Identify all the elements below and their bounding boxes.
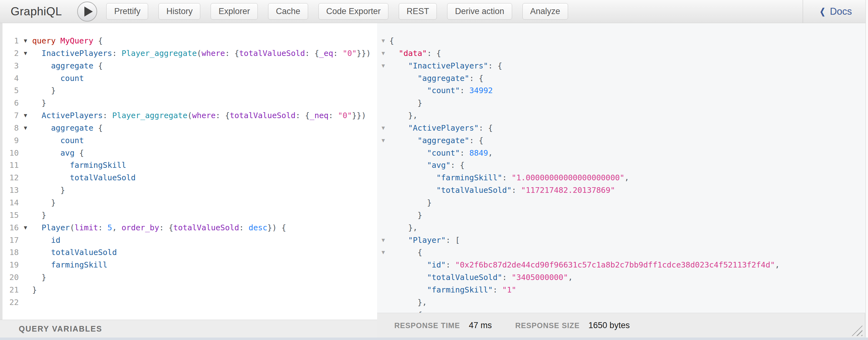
query-line: 3 aggregate { — [0, 60, 377, 72]
line-number: 3 — [0, 60, 19, 72]
response-line: ▾ "aggregate": { — [377, 134, 866, 147]
query-variables-title: QUERY VARIABLES — [19, 324, 102, 334]
line-number: 2 — [0, 47, 19, 60]
query-line: 12 totalValueSold — [0, 172, 377, 184]
line-number: 8 — [0, 122, 19, 134]
fold-arrow-icon[interactable]: ▾ — [377, 246, 389, 259]
fold-gutter-empty — [19, 246, 32, 259]
fold-gutter-empty — [19, 147, 32, 159]
query-line: 8▾ aggregate { — [0, 122, 377, 134]
fold-gutter-empty — [19, 72, 32, 85]
status-bar: RESPONSE TIME 47 ms RESPONSE SIZE 1650 b… — [377, 313, 865, 338]
fold-gutter-empty — [19, 97, 32, 110]
line-number: 10 — [0, 147, 19, 159]
response-line: ▾ "ActivePlayers": { — [377, 122, 866, 134]
fold-arrow-icon[interactable]: ▾ — [377, 134, 389, 147]
fold-arrow-icon[interactable]: ▾ — [19, 110, 32, 122]
fold-arrow-icon[interactable]: ▾ — [377, 47, 389, 60]
line-number: 18 — [0, 246, 19, 259]
code-text: farmingSkill — [32, 159, 377, 172]
code-text: count — [32, 72, 377, 85]
line-number: 14 — [0, 196, 19, 209]
toolbar-button-explorer[interactable]: Explorer — [211, 3, 258, 20]
code-text — [32, 296, 377, 309]
query-line: 10 avg { — [0, 147, 377, 159]
query-line: 1▾query MyQuery { — [0, 35, 377, 47]
fold-arrow-icon[interactable]: ▾ — [377, 122, 389, 134]
fold-gutter-empty — [377, 172, 389, 184]
response-viewer: ▾{▾ "data": {▾ "InactivePlayers": { "agg… — [377, 23, 866, 313]
query-editor[interactable]: 1▾query MyQuery {2▾ InactivePlayers: Pla… — [0, 23, 377, 320]
resize-grip-icon[interactable] — [852, 325, 862, 336]
toolbar-button-rest[interactable]: REST — [399, 3, 437, 20]
response-viewer-lines: ▾{▾ "data": {▾ "InactivePlayers": { "agg… — [377, 35, 866, 313]
query-variables-bar[interactable]: QUERY VARIABLES — [0, 320, 377, 338]
toolbar-button-prettify[interactable]: Prettify — [106, 3, 148, 20]
code-text: avg { — [32, 147, 377, 159]
toolbar-button-code-exporter[interactable]: Code Exporter — [318, 3, 389, 20]
response-line: "totalValueSold": "117217482.20137869" — [377, 184, 866, 196]
fold-arrow-icon[interactable]: ▾ — [377, 309, 389, 313]
docs-link[interactable]: ❮ Docs — [803, 6, 868, 17]
toolbar-button-analyze[interactable]: Analyze — [522, 3, 568, 20]
line-number: 15 — [0, 209, 19, 222]
fold-gutter-empty — [377, 97, 389, 110]
code-text: "aggregate": { — [389, 72, 866, 85]
fold-gutter-empty — [377, 296, 389, 309]
code-text: "count": 8849, — [389, 147, 866, 159]
code-text: { — [389, 246, 866, 259]
response-line: "id": "0x2f6bc87d2de44cd90f96631c57c1a8b… — [377, 259, 866, 271]
response-line: "aggregate": { — [377, 72, 866, 85]
window-right-edge — [866, 0, 868, 338]
fold-arrow-icon[interactable]: ▾ — [377, 35, 389, 47]
fold-gutter-empty — [377, 209, 389, 222]
toolbar-button-cache[interactable]: Cache — [268, 3, 308, 20]
code-text: } — [32, 284, 377, 296]
fold-arrow-icon[interactable]: ▾ — [19, 222, 32, 234]
fold-arrow-icon[interactable]: ▾ — [377, 60, 389, 72]
query-editor-lines: 1▾query MyQuery {2▾ InactivePlayers: Pla… — [0, 35, 377, 309]
fold-arrow-icon[interactable]: ▾ — [19, 35, 32, 47]
fold-arrow-icon[interactable]: ▾ — [377, 234, 389, 247]
toolbar-buttons: PrettifyHistoryExplorerCacheCode Exporte… — [106, 3, 568, 20]
code-text: Player(limit: 5, order_by: {totalValueSo… — [32, 222, 377, 234]
execute-query-button[interactable] — [77, 2, 97, 22]
code-text: "farmingSkill": "1" — [389, 284, 866, 296]
query-line: 16▾ Player(limit: 5, order_by: {totalVal… — [0, 222, 377, 234]
fold-gutter-empty — [19, 84, 32, 97]
code-text: "avg": { — [389, 159, 866, 172]
query-line: 22 — [0, 296, 377, 309]
response-line: "totalValueSold": "3405000000", — [377, 271, 866, 284]
fold-arrow-icon[interactable]: ▾ — [19, 122, 32, 134]
query-line: 5 } — [0, 84, 377, 97]
fold-gutter-empty — [19, 271, 32, 284]
response-line: "farmingSkill": "1" — [377, 284, 866, 296]
toolbar-button-history[interactable]: History — [158, 3, 200, 20]
code-text: } — [32, 97, 377, 110]
response-time-label: RESPONSE TIME — [394, 321, 460, 330]
query-line: 19 farmingSkill — [0, 259, 377, 271]
query-line: 17 id — [0, 234, 377, 247]
toolbar-button-derive-action[interactable]: Derive action — [447, 3, 512, 20]
line-number: 9 — [0, 134, 19, 147]
fold-gutter-empty — [19, 259, 32, 271]
window-bottom-edge — [0, 338, 868, 340]
response-line: "avg": { — [377, 159, 866, 172]
code-text: { — [389, 309, 866, 313]
code-text: aggregate { — [32, 122, 377, 134]
fold-gutter-empty — [377, 159, 389, 172]
chevron-left-icon: ❮ — [820, 6, 826, 17]
line-number: 5 — [0, 84, 19, 97]
fold-gutter-empty — [19, 134, 32, 147]
fold-gutter-empty — [19, 296, 32, 309]
line-number: 11 — [0, 159, 19, 172]
fold-arrow-icon[interactable]: ▾ — [19, 47, 32, 60]
code-text: "InactivePlayers": { — [389, 60, 866, 72]
code-text: ActivePlayers: Player_aggregate(where: {… — [32, 110, 377, 122]
code-text: query MyQuery { — [32, 35, 377, 47]
line-number: 19 — [0, 259, 19, 271]
line-number: 17 — [0, 234, 19, 247]
code-text: farmingSkill — [32, 259, 377, 271]
code-text: }, — [389, 222, 866, 234]
code-text: InactivePlayers: Player_aggregate(where:… — [32, 47, 377, 60]
